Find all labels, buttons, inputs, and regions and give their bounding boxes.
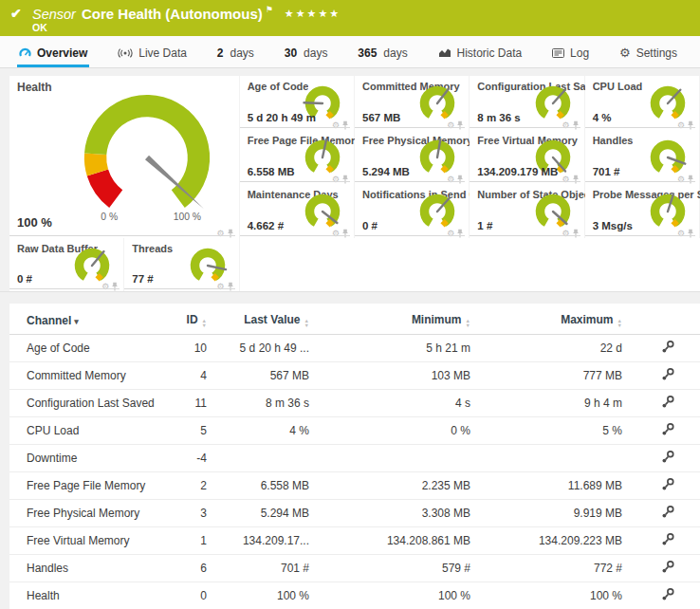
gauge-cell-cpu-load: CPU Load4 %⚙ — [585, 76, 700, 130]
pin-icon[interactable] — [341, 229, 349, 238]
edit-channel-icon[interactable] — [661, 505, 675, 519]
channel-gear-icon[interactable]: ⚙ — [332, 175, 340, 184]
tab-30-days[interactable]: 30days — [283, 41, 330, 67]
cell-channel: Free Physical Memory — [9, 500, 161, 527]
tab-live-data[interactable]: Live Data — [116, 41, 189, 67]
cell-channel: Free Virtual Memory — [9, 527, 161, 555]
cell-min: 103 MB — [313, 362, 474, 390]
channel-gear-icon[interactable]: ⚙ — [101, 283, 109, 291]
channel-row-downtime[interactable]: Downtime-4 — [9, 445, 700, 472]
channel-gear-icon[interactable]: ⚙ — [447, 175, 454, 184]
pin-icon[interactable] — [111, 282, 119, 291]
channel-gear-icon[interactable]: ⚙ — [447, 230, 454, 238]
pin-icon[interactable] — [456, 120, 464, 130]
channel-gear-icon[interactable]: ⚙ — [447, 121, 454, 130]
channel-row-health[interactable]: Health0100 %100 %100 % — [9, 582, 700, 609]
channel-row-committed-memory[interactable]: Committed Memory4567 MB103 MB777 MB — [9, 362, 700, 390]
pin-icon[interactable] — [341, 175, 349, 184]
cell-id: 4 — [161, 362, 211, 390]
pin-icon[interactable] — [687, 175, 694, 184]
tab-overview[interactable]: Overview — [17, 41, 89, 67]
edit-channel-icon[interactable] — [661, 422, 675, 436]
column-header-edit — [626, 307, 700, 335]
gauge-value: 6.558 MB — [248, 166, 295, 177]
cell-channel: CPU Load — [9, 417, 161, 445]
edit-channel-icon[interactable] — [661, 340, 675, 354]
settings-gear-icon: ⚙ — [619, 46, 631, 59]
cell-last: 5.294 MB — [211, 500, 313, 527]
pin-icon[interactable] — [572, 120, 580, 130]
cell-edit — [626, 417, 700, 445]
gauge-value: 134.209.179 MB — [477, 166, 558, 177]
column-header-channel[interactable]: Channel▾ — [9, 307, 161, 335]
edit-channel-icon[interactable] — [661, 587, 675, 601]
tab-settings[interactable]: ⚙Settings — [617, 41, 679, 67]
pin-icon[interactable] — [456, 229, 464, 238]
column-header-min[interactable]: Minimum▲▼ — [313, 307, 474, 335]
pin-icon[interactable] — [572, 175, 580, 184]
channel-gear-icon[interactable]: ⚙ — [677, 121, 685, 130]
cell-id: 10 — [161, 335, 211, 362]
pin-icon[interactable] — [341, 120, 349, 130]
pin-icon[interactable] — [687, 120, 694, 130]
edit-channel-icon[interactable] — [661, 450, 675, 464]
cell-max: 9.919 MB — [474, 500, 626, 527]
cell-channel: Age of Code — [9, 335, 161, 362]
cell-last — [211, 445, 313, 472]
channel-gear-icon[interactable]: ⚙ — [332, 230, 340, 238]
column-header-max[interactable]: Maximum▲▼ — [474, 307, 626, 335]
gauge-label: Threads — [132, 243, 173, 254]
cell-last: 701 # — [211, 555, 313, 582]
edit-channel-icon[interactable] — [661, 477, 675, 491]
edit-channel-icon[interactable] — [661, 395, 675, 409]
pin-icon[interactable] — [227, 282, 234, 291]
channel-gear-icon[interactable]: ⚙ — [217, 283, 225, 291]
priority-flag-icon[interactable]: ⚑ — [266, 5, 273, 14]
cell-max: 777 MB — [474, 362, 626, 390]
cell-edit — [626, 445, 700, 472]
channel-row-configuration-last-saved[interactable]: Configuration Last Saved118 m 36 s4 s9 h… — [9, 390, 700, 417]
channel-gear-icon[interactable]: ⚙ — [562, 175, 570, 184]
column-header-id[interactable]: ID▲▼ — [161, 307, 211, 335]
gauge-scale-min: 0 % — [101, 212, 118, 222]
status-badge: OK — [32, 22, 47, 33]
priority-stars[interactable]: ★★★★★ — [285, 8, 341, 19]
column-header-last[interactable]: Last Value▲▼ — [211, 307, 313, 335]
gauge-cell-handles: Handles701 #⚙ — [585, 130, 700, 184]
pin-icon[interactable] — [687, 229, 694, 238]
channel-gear-icon[interactable]: ⚙ — [217, 230, 225, 238]
edit-channel-icon[interactable] — [661, 532, 675, 546]
channel-gear-icon[interactable]: ⚙ — [677, 230, 685, 238]
pin-icon[interactable] — [456, 175, 464, 184]
gauge-cell-threads: Threads77 #⚙ — [124, 238, 239, 291]
channel-row-cpu-load[interactable]: CPU Load54 %0 %5 % — [9, 417, 700, 445]
mini-gauge — [531, 84, 575, 124]
cell-min: 3.308 MB — [313, 500, 474, 527]
tab-historic-data[interactable]: Historic Data — [436, 41, 525, 67]
gauge-value: 8 m 36 s — [477, 112, 520, 123]
channel-gear-icon[interactable]: ⚙ — [332, 121, 340, 130]
channel-row-handles[interactable]: Handles6701 #579 #772 # — [9, 555, 700, 582]
channel-gear-icon[interactable]: ⚙ — [677, 175, 685, 184]
tab-log[interactable]: Log — [550, 41, 591, 67]
pin-icon[interactable] — [572, 229, 580, 238]
channel-row-free-page-file-memory[interactable]: Free Page File Memory26.558 MB2.235 MB11… — [9, 472, 700, 500]
tab-365-days[interactable]: 365days — [356, 41, 409, 67]
cell-max: 100 % — [474, 582, 626, 609]
gauge-value: 4 % — [593, 112, 612, 123]
pin-icon[interactable] — [227, 229, 234, 238]
sort-desc-icon: ▾ — [74, 317, 79, 326]
channel-gear-icon[interactable]: ⚙ — [562, 121, 570, 130]
cell-channel: Committed Memory — [9, 362, 161, 390]
cell-max: 134.209.223 MB — [474, 527, 626, 555]
mini-gauge — [531, 193, 575, 232]
channel-gear-icon[interactable]: ⚙ — [562, 230, 570, 238]
channel-row-age-of-code[interactable]: Age of Code105 d 20 h 49 ...5 h 21 m22 d — [9, 335, 700, 362]
cell-edit — [626, 500, 700, 527]
edit-channel-icon[interactable] — [661, 560, 675, 574]
gauge-value: 0 # — [362, 220, 378, 231]
tab-2-days[interactable]: 2days — [215, 41, 256, 67]
channel-row-free-virtual-memory[interactable]: Free Virtual Memory1134.209.17...134.208… — [9, 527, 700, 555]
channel-row-free-physical-memory[interactable]: Free Physical Memory35.294 MB3.308 MB9.9… — [9, 500, 700, 527]
edit-channel-icon[interactable] — [661, 367, 675, 381]
